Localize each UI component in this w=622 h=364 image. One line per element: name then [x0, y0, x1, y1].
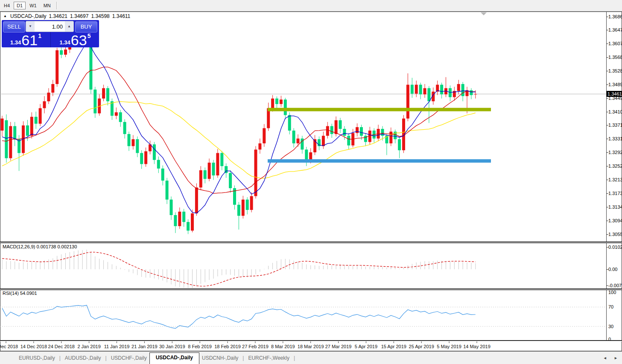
collapse-panel-icon[interactable]: ▲	[3, 14, 7, 18]
sell-price-display[interactable]: 1.34 61 1	[2, 32, 50, 47]
chart-canvas[interactable]	[0, 0, 622, 364]
candle-body	[9, 126, 12, 158]
price-axis-tick	[606, 207, 608, 207]
candle-body	[398, 139, 401, 150]
macd-scale-tick	[606, 269, 608, 270]
rsi-indicator-label: RSI(14) 54.0901	[3, 291, 37, 296]
one-click-trading-panel: SELL ▼ ▲ BUY 1.34 61 1 1.34 63 5	[2, 20, 99, 47]
mt4-terminal: H4 D1 W1 MN ▲USDCAD-,Daily1.346211.34697…	[0, 0, 622, 364]
date-axis-label: 5 Dec 2018	[0, 344, 18, 349]
macd-pane-splitter[interactable]	[0, 242, 622, 243]
candle-body	[347, 136, 350, 146]
candle-body	[271, 99, 274, 108]
resistance-line[interactable]	[268, 108, 491, 111]
candle-body	[250, 196, 253, 210]
candle-body	[128, 134, 131, 146]
price-axis-tick	[606, 57, 608, 58]
candle-body	[292, 131, 295, 143]
candle-body	[280, 99, 283, 104]
close-value: 1.34611	[112, 13, 131, 19]
candle-body	[166, 181, 169, 199]
candle-body	[212, 163, 215, 175]
candle-body	[220, 153, 223, 166]
candle-body	[360, 127, 363, 136]
volume-increase-button[interactable]: ▲	[65, 21, 73, 32]
date-axis-label: 8 Feb 2019	[188, 344, 212, 349]
candle-body	[13, 126, 16, 140]
macd-signal-line	[2, 252, 476, 286]
candle-body	[93, 90, 96, 114]
date-axis-splitter	[0, 340, 622, 341]
price-axis-tick	[606, 234, 608, 235]
volume-input[interactable]	[35, 21, 65, 32]
rsi-pane-splitter[interactable]	[0, 288, 622, 290]
date-axis-label: 14 May 2019	[463, 344, 491, 349]
candle-body	[123, 122, 126, 134]
support-line[interactable]	[268, 159, 491, 163]
candle-body	[288, 115, 291, 131]
candle-body	[204, 170, 207, 179]
candle-body	[55, 50, 58, 84]
candle-body	[335, 120, 338, 134]
date-axis-label: 5 Apr 2019	[355, 344, 377, 349]
price-axis-tick	[606, 180, 608, 180]
buy-button[interactable]: BUY	[75, 21, 97, 32]
candle-body	[389, 131, 392, 143]
sell-button[interactable]: SELL	[3, 21, 25, 32]
candle-body	[343, 129, 346, 136]
candle-body	[440, 85, 443, 95]
buy-price-big: 63	[71, 33, 87, 47]
volume-spinner: ▼ ▲	[26, 21, 74, 32]
panel-divider	[50, 32, 51, 47]
date-axis-label: 24 Dec 2018	[48, 344, 75, 349]
candle-body	[178, 212, 181, 226]
price-axis-label: 1.31340	[608, 204, 622, 210]
price-axis-tick	[606, 166, 608, 166]
candle-body	[258, 143, 261, 150]
chart-title: ▲USDCAD-,Daily1.346211.346971.345981.346…	[3, 13, 130, 19]
volume-decrease-button[interactable]: ▼	[26, 21, 35, 32]
price-axis-label: 1.33310	[608, 136, 622, 141]
candle-body	[229, 173, 232, 188]
price-axis-label: 1.34890	[608, 82, 622, 87]
price-axis-tick	[606, 98, 608, 99]
candle-body	[216, 153, 219, 176]
candle-body	[474, 94, 477, 94]
candle-body	[161, 169, 164, 181]
date-axis-label: 18 Mar 2019	[298, 344, 324, 349]
price-axis-label: 1.34100	[608, 109, 622, 114]
candle-body	[187, 222, 190, 230]
date-axis-label: 27 Feb 2019	[242, 344, 269, 349]
date-axis-label: 14 Dec 2018	[20, 344, 47, 349]
price-axis-tick	[606, 193, 608, 194]
price-axis-tick	[606, 152, 608, 153]
candle-body	[131, 139, 134, 146]
tab-scroll-left-icon[interactable]: ◄	[603, 356, 607, 360]
price-axis-tick	[606, 71, 608, 71]
sell-price-big: 61	[21, 33, 38, 47]
price-axis-tick	[606, 112, 608, 112]
candle-body	[419, 85, 422, 95]
candle-body	[1, 119, 4, 131]
candle-body	[415, 85, 418, 94]
candle-body	[106, 88, 109, 102]
candle-body	[297, 139, 300, 143]
candle-body	[356, 127, 359, 133]
candle-body	[102, 88, 105, 99]
chart-shift-marker-icon[interactable]	[481, 12, 487, 15]
macd-scale-tick	[606, 247, 608, 248]
candle-body	[60, 50, 63, 55]
price-axis-label: 1.32920	[608, 150, 622, 155]
price-axis-label: 1.35680	[608, 55, 622, 60]
candle-body	[381, 129, 384, 136]
date-axis-label: 11 Jan 2019	[104, 344, 130, 349]
candle-body	[191, 213, 194, 230]
date-axis-label: 27 Mar 2019	[325, 344, 352, 349]
candle-body	[64, 50, 67, 55]
price-axis-tick	[606, 44, 608, 44]
candle-body	[237, 205, 240, 216]
candle-body	[115, 112, 118, 116]
tab-scroll-right-icon[interactable]: ►	[614, 356, 618, 360]
buy-price-display[interactable]: 1.34 63 5	[51, 32, 99, 47]
date-axis-label: 2 Jan 2019	[77, 344, 100, 349]
